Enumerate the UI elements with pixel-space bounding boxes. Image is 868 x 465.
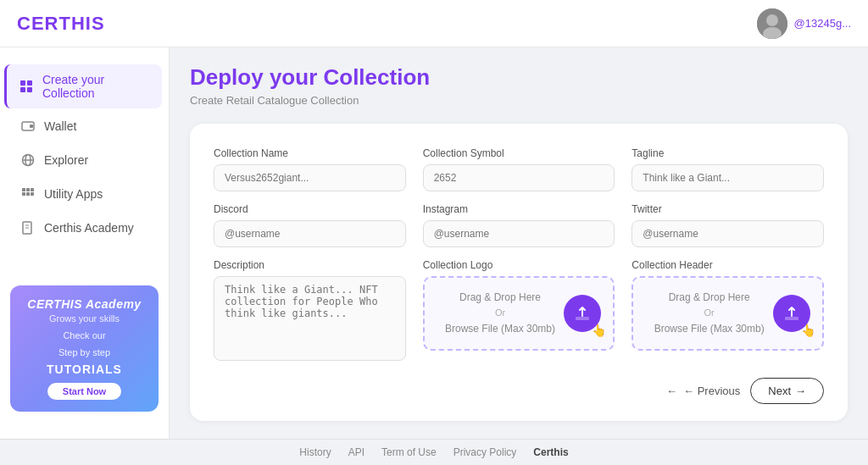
logo-prefix: CER <box>17 13 58 34</box>
tagline-field: Tagline <box>632 147 824 191</box>
description-input[interactable] <box>214 276 406 361</box>
sidebar-label-academy: Certhis Academy <box>44 221 134 235</box>
app-header: CERTHIS @13245g... <box>0 0 868 47</box>
footer-certhis[interactable]: Certhis <box>533 446 568 458</box>
svg-rect-8 <box>30 125 33 128</box>
collection-logo-upload-button[interactable]: 👆 <box>564 295 601 332</box>
svg-point-1 <box>766 14 778 26</box>
layout: Create your Collection Wallet Explorer <box>0 47 868 439</box>
sidebar-item-wallet[interactable]: Wallet <box>7 110 162 142</box>
academy-card-tutorials: TUTORIALS <box>22 363 147 376</box>
sidebar-item-utility-apps[interactable]: Utility Apps <box>7 178 162 210</box>
description-label: Description <box>214 259 406 271</box>
discord-input[interactable] <box>214 220 406 247</box>
collection-symbol-field: Collection Symbol <box>423 147 615 191</box>
svg-rect-14 <box>31 188 34 191</box>
collection-name-label: Collection Name <box>214 147 406 159</box>
collection-logo-text: Drag & Drop Here Or Browse File (Max 30m… <box>437 290 565 337</box>
upload-icon <box>573 304 592 323</box>
footer-terms[interactable]: Term of Use <box>381 446 437 458</box>
academy-promo-card: CERTHIS Academy Grows your skills Check … <box>10 285 159 412</box>
page-title: Deploy your Collection <box>190 64 848 91</box>
avatar <box>757 8 787 39</box>
collection-logo-field: Collection Logo Drag & Drop Here Or Brow… <box>423 259 615 361</box>
collection-header-label: Collection Header <box>632 259 824 271</box>
sidebar-label-wallet: Wallet <box>44 119 76 133</box>
description-field: Description <box>214 259 406 361</box>
tagline-label: Tagline <box>632 147 824 159</box>
footer-history[interactable]: History <box>299 446 331 458</box>
user-area[interactable]: @13245g... <box>757 8 851 39</box>
academy-card-tagline: Grows your skills <box>22 313 147 324</box>
collection-name-field: Collection Name <box>214 147 406 191</box>
sidebar-label-create: Create your Collection <box>42 73 148 100</box>
logo-suffix: THIS <box>58 13 104 34</box>
instagram-input[interactable] <box>423 220 615 247</box>
svg-rect-4 <box>27 80 32 86</box>
instagram-label: Instagram <box>423 203 615 215</box>
next-arrow: → <box>795 385 806 397</box>
form-actions: ← ← Previous Next → <box>214 378 824 404</box>
collection-header-text: Drag & Drop Here Or Browse File (Max 30m… <box>645 290 773 337</box>
header-browse-label: Browse File (Max 30mb) <box>645 321 773 337</box>
book-icon <box>20 220 36 235</box>
header-or-label: Or <box>645 306 773 321</box>
svg-rect-16 <box>26 192 30 196</box>
logo-or-label: Or <box>437 306 565 321</box>
instagram-field: Instagram <box>423 203 615 247</box>
tagline-input[interactable] <box>632 164 824 191</box>
logo-browse-label: Browse File (Max 30mb) <box>437 321 565 337</box>
hand-cursor-icon: 👆 <box>592 324 606 337</box>
header-drag-label: Drag & Drop Here <box>645 290 773 306</box>
svg-rect-22 <box>785 317 798 320</box>
sidebar-item-explorer[interactable]: Explorer <box>7 144 162 176</box>
svg-rect-17 <box>31 192 34 196</box>
svg-rect-12 <box>22 188 25 191</box>
collection-header-field: Collection Header Drag & Drop Here Or Br… <box>632 259 824 361</box>
footer-api[interactable]: API <box>348 446 364 458</box>
globe-icon <box>20 152 36 168</box>
prev-label: ← Previous <box>683 385 740 397</box>
apps-icon <box>20 186 36 202</box>
sidebar-item-certhis-academy[interactable]: Certhis Academy <box>7 212 162 244</box>
collection-symbol-input[interactable] <box>423 164 615 191</box>
collection-header-upload[interactable]: Drag & Drop Here Or Browse File (Max 30m… <box>632 276 824 351</box>
sidebar-nav: Create your Collection Wallet Explorer <box>0 64 169 244</box>
create-collection-icon <box>19 79 34 94</box>
academy-card-check2: Step by step <box>22 347 147 357</box>
collection-symbol-label: Collection Symbol <box>423 147 615 159</box>
footer-privacy[interactable]: Privacy Policy <box>453 446 517 458</box>
logo-drag-label: Drag & Drop Here <box>437 290 565 306</box>
next-button[interactable]: Next → <box>750 378 824 404</box>
prev-arrow: ← <box>666 385 677 397</box>
discord-label: Discord <box>214 203 406 215</box>
wallet-icon <box>20 119 36 134</box>
academy-start-button[interactable]: Start Now <box>47 383 121 400</box>
next-label: Next <box>768 385 791 397</box>
collection-logo-upload[interactable]: Drag & Drop Here Or Browse File (Max 30m… <box>423 276 615 351</box>
svg-rect-6 <box>27 87 32 92</box>
twitter-label: Twitter <box>632 203 824 215</box>
avatar-svg <box>757 8 787 39</box>
collection-header-upload-button[interactable]: 👆 <box>773 295 810 332</box>
username-label: @13245g... <box>794 17 851 30</box>
academy-card-check1: Check our <box>22 330 147 340</box>
form-card: Collection Name Collection Symbol Taglin… <box>190 124 848 421</box>
discord-field: Discord <box>214 203 406 247</box>
avatar-image <box>757 8 787 39</box>
svg-rect-15 <box>22 192 25 196</box>
collection-name-input[interactable] <box>214 164 406 191</box>
twitter-input[interactable] <box>632 220 824 247</box>
sidebar-label-explorer: Explorer <box>44 153 88 167</box>
sidebar: Create your Collection Wallet Explorer <box>0 47 170 439</box>
academy-card-title: CERTHIS Academy <box>22 297 147 311</box>
header-hand-cursor-icon: 👆 <box>801 324 815 337</box>
main-content: Deploy your Collection Create Retail Cat… <box>170 47 868 439</box>
svg-rect-5 <box>20 87 25 92</box>
app-logo: CERTHIS <box>17 13 105 35</box>
svg-rect-13 <box>26 188 30 191</box>
sidebar-item-create-collection[interactable]: Create your Collection <box>4 64 162 108</box>
svg-rect-21 <box>576 317 589 320</box>
header-upload-icon <box>782 304 801 323</box>
previous-button[interactable]: ← ← Previous <box>666 385 740 397</box>
